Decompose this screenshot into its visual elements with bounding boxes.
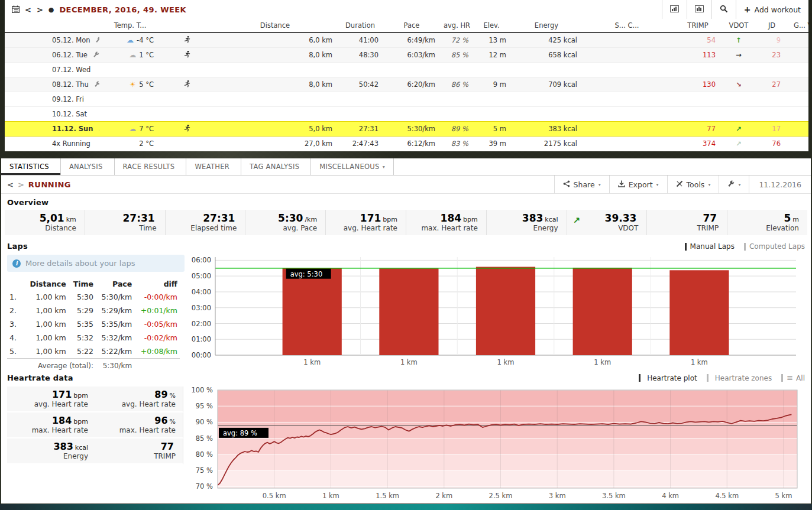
avg-hr-value — [440, 107, 472, 122]
avg-hr-value: 83 % — [440, 137, 472, 151]
detail-tab[interactable]: TAG ANALYSIS — [241, 158, 311, 175]
stat-label: Energy — [14, 452, 88, 460]
detail-tab[interactable]: ANALYSIS — [61, 158, 115, 175]
col-distance[interactable]: Distance — [213, 19, 337, 33]
elevation-value: 12 m — [472, 48, 511, 63]
heartrate-view-toggle[interactable]: ≡All — [781, 373, 805, 382]
jd-value: 9 — [753, 33, 790, 48]
pace-value: 6:03/km — [383, 48, 440, 63]
weekly-chart-button[interactable] — [662, 0, 687, 19]
energy-value — [511, 107, 582, 122]
week-row[interactable]: 10.12. Sat▾ — [5, 107, 808, 122]
next-week-button[interactable]: > — [37, 5, 43, 14]
week-row[interactable]: 11.12. Sun▾ ☁7 °C 5,0 km 27:31 5:30/km 8… — [5, 122, 808, 137]
week-row[interactable]: 08.12. Thu▾ ☀5 °C 8,0 km 50:42 6:20/km 8… — [5, 77, 808, 92]
col-elevation[interactable]: Elev. — [472, 19, 511, 33]
toggle-bar-icon — [744, 243, 746, 251]
distance-value — [213, 92, 337, 107]
laps-average-label: Average (total): — [24, 359, 96, 373]
col-trimp[interactable]: TRIMP — [672, 19, 724, 33]
workout-settings-icon[interactable]: ▾ — [98, 125, 99, 132]
stat-box: 77 TRIMP — [647, 210, 727, 235]
jd-value: 23 — [753, 48, 790, 63]
lap-time: 5:30 — [69, 290, 96, 304]
col-jd[interactable]: JD — [753, 19, 790, 33]
duration-value: 48:30 — [337, 48, 383, 63]
laps-heading: Laps Manual Laps Computed Laps — [1, 238, 811, 252]
col-vdot[interactable]: VDOT — [724, 19, 753, 33]
detail-tab[interactable]: STATISTICS — [1, 158, 61, 175]
add-workout-button[interactable]: + Add workout — [736, 0, 808, 19]
workout-settings-icon[interactable]: ▾ — [93, 51, 99, 58]
distance-value: 8,0 km — [213, 48, 337, 63]
lap-row: 5. 1,00 km 5:22 5:22/km +0:08/km — [7, 345, 180, 359]
lap-pace-chart[interactable]: 00:0001:0002:0003:0004:0005:0006:001 km1… — [185, 252, 806, 372]
heartrate-chart[interactable]: 70 %75 %80 %85 %90 %95 %100 %0.5 km1 km1… — [185, 384, 806, 505]
tools-button[interactable]: Tools▾ — [667, 176, 719, 193]
jd-value: 17 — [753, 122, 790, 137]
duration-value: 27:31 — [337, 122, 383, 137]
lap-index: 1. — [7, 290, 24, 304]
workout-detail-panel: STATISTICS ANALYSIS RACE RESULTS WEATHER… — [1, 158, 811, 503]
svg-text:95 %: 95 % — [196, 402, 213, 410]
day-label: 11.12. Sun — [52, 125, 93, 133]
col-energy[interactable]: Energy — [511, 19, 582, 33]
col-duration[interactable]: Duration — [337, 19, 383, 33]
stat-label: Time — [93, 224, 157, 232]
stat-label: Distance — [13, 224, 76, 232]
pace-value — [383, 107, 440, 122]
jd-value: 76 — [753, 137, 790, 151]
col-temp[interactable]: Temp. T... — [99, 19, 161, 33]
laps-col-pace: Pace — [96, 278, 134, 290]
day-label: 4x Running — [52, 139, 90, 148]
edit-workout-button[interactable]: ▾ — [719, 176, 749, 193]
week-calendar-panel: < > ● DECEMBER, 2016, 49. WEEK + Add wor… — [5, 0, 808, 151]
workout-settings-icon[interactable]: ▾ — [94, 81, 99, 87]
heartrate-view-toggle[interactable]: Heartrate plot — [639, 374, 697, 382]
week-row[interactable]: 07.12. Wed▾ — [5, 63, 808, 77]
stat-value: 383 — [53, 441, 73, 452]
next-workout-button[interactable]: > — [18, 180, 24, 189]
week-row[interactable]: 4x Running▾ 2 °C 27,0 km 2:47:43 6:12/km… — [5, 137, 808, 151]
detail-tab[interactable]: WEATHER — [186, 158, 241, 175]
workout-settings-icon[interactable]: ▾ — [95, 37, 99, 43]
current-week-button[interactable]: ● — [48, 7, 54, 13]
stat-box: ↗ 39.33 VDOT — [567, 210, 648, 235]
search-button[interactable] — [711, 0, 736, 19]
pace-value — [383, 63, 440, 77]
col-pace[interactable]: Pace — [383, 19, 440, 33]
week-row[interactable]: 06.12. Tue▾ ☁1 °C 8,0 km 48:30 6:03/km 8… — [5, 48, 808, 63]
export-button[interactable]: Export▾ — [609, 176, 667, 193]
week-row[interactable]: 05.12. Mon▾ ☁-4 °C 6,0 km 41:00 6:49/km … — [5, 33, 808, 48]
list-icon: ≡ — [787, 373, 793, 382]
svg-text:2.5 km: 2.5 km — [489, 492, 513, 500]
prev-week-button[interactable]: < — [25, 5, 31, 14]
col-avg-hr[interactable]: avg. HR — [440, 19, 472, 33]
share-button[interactable]: Share▾ — [554, 176, 609, 193]
shoe-clothes-cell — [582, 137, 672, 151]
lap-row: 4. 1,00 km 5:32 5:32/km -0:02/km — [7, 331, 180, 345]
bar-chart-icon — [695, 5, 704, 14]
col-shoe-clothes[interactable]: S... C... — [582, 19, 672, 33]
detail-tab[interactable]: MISCELLANEOUS▾ — [311, 158, 394, 175]
running-icon[interactable] — [183, 37, 191, 46]
lap-distance: 1,00 km — [24, 290, 69, 304]
laps-view-toggle[interactable]: Manual Laps — [685, 242, 735, 251]
lap-distance: 1,00 km — [24, 331, 69, 345]
tools-icon — [676, 180, 683, 189]
col-gv[interactable]: G... V... — [790, 19, 808, 33]
laps-view-toggle[interactable]: Computed Laps — [744, 242, 805, 251]
laps-col-time: Time — [69, 278, 96, 290]
prev-workout-button[interactable]: < — [7, 180, 14, 189]
chevron-down-icon: ▾ — [708, 182, 710, 187]
running-icon[interactable] — [183, 52, 191, 60]
week-row[interactable]: 09.12. Fri▾ — [5, 92, 808, 107]
detail-tab[interactable]: RACE RESULTS — [115, 158, 187, 175]
workout-date: 11.12.2016 — [749, 176, 811, 193]
monthly-chart-button[interactable] — [687, 0, 711, 19]
heartrate-view-toggle[interactable]: Heartrate zones — [707, 374, 772, 382]
running-icon[interactable] — [183, 82, 191, 90]
calendar-icon[interactable] — [12, 4, 20, 15]
running-icon[interactable] — [183, 126, 191, 134]
vdot-trend-icon: → — [724, 48, 753, 63]
